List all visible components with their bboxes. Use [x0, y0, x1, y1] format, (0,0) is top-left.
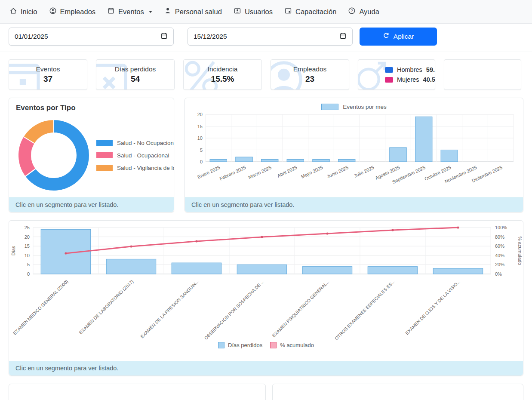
- legend-swatch: [96, 152, 113, 158]
- mujeres-swatch: [385, 77, 393, 83]
- monthly-legend-label: Eventos por mes: [343, 104, 386, 110]
- badge-card-icon: [284, 7, 292, 16]
- hombres-swatch: [385, 67, 393, 73]
- nav-item-capacitacion[interactable]: Capacitación: [284, 7, 336, 16]
- gender-legend-mujeres[interactable]: Mujeres 40.5%: [385, 76, 431, 83]
- nav-label: Inicio: [21, 8, 37, 16]
- svg-text:20: 20: [197, 112, 203, 117]
- dias-perdidos-swatch: [218, 342, 224, 348]
- svg-text:Julio 2025: Julio 2025: [353, 165, 375, 178]
- calendar-icon[interactable]: [339, 32, 347, 41]
- stat-value: 23: [305, 74, 314, 84]
- pareto-chart[interactable]: 05101520250%20%40%60%80%100%Días% acumul…: [9, 224, 523, 342]
- svg-text:EXAMEN DE LA PRESION SANGUIN..: EXAMEN DE LA PRESION SANGUIN...: [139, 279, 200, 339]
- donut-legend-item[interactable]: Salud - No Ocupacional: [96, 140, 174, 146]
- svg-text:10: 10: [197, 135, 203, 141]
- nav-item-eventos[interactable]: Eventos: [107, 7, 152, 16]
- stat-label: Incidencia: [208, 65, 238, 73]
- svg-text:EXAMEN PSIQUIATRICO GENERAL...: EXAMEN PSIQUIATRICO GENERAL...: [271, 279, 330, 338]
- stat-label: Días perdidos: [115, 65, 156, 73]
- svg-text:Junio 2025: Junio 2025: [326, 165, 349, 179]
- svg-text:% acumulado: % acumulado: [517, 237, 523, 265]
- stat-card-empleados: Empleados 23: [271, 59, 349, 90]
- start-date-value: 01/01/2025: [15, 33, 48, 40]
- svg-text:Marzo 2025: Marzo 2025: [247, 165, 272, 180]
- chart-hint-footer: Clic en un segmento para ver listado.: [9, 361, 523, 375]
- question-circle-icon: ?: [348, 7, 356, 16]
- gender-legend: Hombres 59.5% Mujeres 40.5%: [385, 60, 431, 89]
- nav-item-inicio[interactable]: Inicio: [9, 7, 37, 16]
- bottom-row: [9, 384, 523, 400]
- pareto-legend-dias[interactable]: Días perdidos: [218, 342, 262, 348]
- filter-bar: 01/01/2025 15/12/2025 Aplicar: [0, 24, 532, 52]
- svg-text:EXAMEN DE OJOS Y DE LA VISIO..: EXAMEN DE OJOS Y DE LA VISIO...: [404, 279, 461, 335]
- nav-label: Empleados: [60, 8, 96, 16]
- svg-text:15: 15: [197, 124, 203, 129]
- pareto-legend-label: % acumulado: [280, 342, 314, 348]
- person-icon: [164, 7, 172, 16]
- calendar-icon[interactable]: [160, 32, 168, 41]
- dias-perdidos-pareto-card: 05101520250%20%40%60%80%100%Días% acumul…: [9, 220, 523, 376]
- stat-value: 37: [43, 74, 52, 84]
- stat-value: 15.5%: [211, 74, 234, 84]
- eventos-por-mes-card: Eventos por mes 05101520Enero 2025Febrer…: [185, 98, 523, 212]
- stats-row: Eventos 37 Días perdidos 54 Incidencia 1…: [0, 52, 532, 90]
- end-date-value: 15/12/2025: [194, 33, 227, 40]
- start-date-input[interactable]: 01/01/2025: [9, 28, 174, 46]
- legend-label: Salud - Ocupacional: [117, 152, 169, 159]
- stat-label: Eventos: [36, 65, 60, 73]
- svg-text:EXAMEN DE LABORATORIO (Z017): EXAMEN DE LABORATORIO (Z017): [78, 279, 134, 335]
- bottom-left-card: [9, 384, 266, 400]
- bottom-right-card: [272, 384, 523, 400]
- stat-card-incidencia: Incidencia 15.5%: [183, 59, 262, 90]
- end-date-input[interactable]: 15/12/2025: [188, 28, 353, 46]
- nav-item-empleados[interactable]: Empleados: [49, 7, 96, 16]
- legend-label: Salud - Vigilancia de la: [117, 165, 174, 171]
- calendar-icon: [107, 7, 115, 16]
- eventos-por-tipo-donut[interactable]: [17, 118, 91, 192]
- eventos-por-mes-chart[interactable]: 05101520Enero 2025Febrero 2025Marzo 2025…: [189, 111, 519, 188]
- svg-text:20%: 20%: [495, 262, 504, 267]
- nav-item-ayuda[interactable]: ? Ayuda: [348, 7, 379, 16]
- pareto-legend-acumulado[interactable]: % acumulado: [270, 342, 314, 348]
- acumulado-swatch: [270, 342, 277, 348]
- gender-value: 40.5%: [423, 76, 435, 83]
- svg-text:Enero 2025: Enero 2025: [197, 165, 221, 180]
- pareto-legend: Días perdidos % acumulado: [9, 342, 523, 350]
- top-navigation: Inicio Empleados Eventos Personal salud …: [0, 0, 532, 24]
- gender-legend-hombres[interactable]: Hombres 59.5%: [385, 66, 431, 73]
- svg-text:Abril 2025: Abril 2025: [277, 165, 298, 178]
- svg-text:?: ?: [351, 9, 353, 13]
- svg-text:Febrero 2025: Febrero 2025: [218, 165, 246, 182]
- donut-chart-area: Salud - No OcupacionalSalud - Ocupaciona…: [9, 113, 174, 197]
- chart-hint-footer: Clic en un segmento para ver listado.: [185, 197, 523, 212]
- svg-text:0%: 0%: [495, 271, 502, 277]
- svg-text:0: 0: [27, 271, 30, 277]
- donut-legend-item[interactable]: Salud - Ocupacional: [96, 152, 174, 159]
- monthly-chart-legend[interactable]: Eventos por mes: [185, 98, 523, 110]
- donut-legend-item[interactable]: Salud - Vigilancia de la: [96, 165, 174, 171]
- svg-text:0: 0: [200, 159, 203, 164]
- svg-text:EXAMEN MEDICO GENERAL (Z000): EXAMEN MEDICO GENERAL (Z000): [12, 279, 69, 336]
- nav-label: Capacitación: [295, 8, 336, 16]
- donut-legend: Salud - No OcupacionalSalud - Ocupaciona…: [96, 140, 174, 171]
- person-circle-icon: [49, 7, 57, 16]
- home-icon: [9, 7, 17, 16]
- charts-row: Eventos por Tipo Salud - No OcupacionalS…: [9, 98, 523, 212]
- svg-text:OBSERVACION POR SOSPECHA DE ..: OBSERVACION POR SOSPECHA DE ...: [203, 279, 265, 341]
- legend-swatch: [96, 140, 113, 146]
- svg-text:20: 20: [25, 234, 30, 240]
- apply-label: Aplicar: [394, 33, 414, 40]
- monthly-legend-swatch: [321, 104, 338, 110]
- nav-item-usuarios[interactable]: Usuarios: [234, 7, 273, 16]
- pareto-legend-label: Días perdidos: [228, 342, 262, 348]
- gender-value: 59.5%: [426, 66, 435, 73]
- legend-label: Salud - No Ocupacional: [117, 140, 174, 146]
- nav-item-personal-salud[interactable]: Personal salud: [164, 7, 222, 16]
- apply-button[interactable]: Aplicar: [360, 28, 437, 46]
- chart-hint-footer: Clic en un segmento para ver listado.: [9, 197, 174, 212]
- gender-label: Hombres: [397, 66, 422, 73]
- stat-card-genero: Hombres 59.5% Mujeres 40.5%: [358, 59, 435, 90]
- stat-card-eventos: Eventos 37: [9, 59, 87, 90]
- svg-text:Mayo 2025: Mayo 2025: [300, 165, 323, 179]
